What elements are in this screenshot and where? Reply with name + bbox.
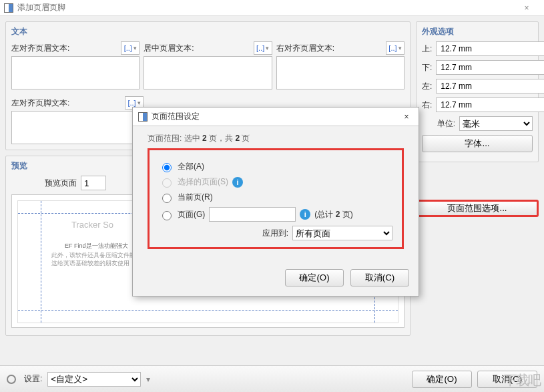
settings-label: 设置: [24, 373, 42, 385]
settings-select[interactable]: <自定义> [47, 372, 141, 387]
header-right-macro-button[interactable]: [..] [386, 41, 404, 55]
page-range-options-button[interactable]: 页面范围选项... [416, 200, 539, 217]
unit-label: 单位: [422, 118, 455, 130]
dialog-ok-button[interactable]: 确定(O) [285, 269, 344, 286]
footer-left-input[interactable] [11, 111, 144, 144]
dialog-title: 页面范围设定 [152, 111, 400, 122]
radio-pages-label: 页面(G) [178, 209, 205, 220]
footer-bar: 设置: <自定义> ▾ 确定(O) 取消(C) 下载吧 [0, 365, 544, 392]
margin-top-spinner[interactable]: ▲▼ [436, 41, 544, 56]
app-icon [4, 3, 13, 13]
dialog-close-icon[interactable]: × [400, 112, 413, 122]
margin-left-spinner[interactable]: ▲▼ [436, 79, 544, 93]
radio-all-label: 全部(A) [178, 161, 204, 172]
chevron-down-icon[interactable]: ▾ [146, 375, 150, 384]
margin-right-spinner[interactable]: ▲▼ [436, 97, 544, 112]
header-right-label: 右对齐页眉文本: [276, 43, 334, 54]
radio-current[interactable] [162, 194, 172, 203]
page-range-dialog: 页面范围设定 × 页面范围: 选中 2 页，共 2 页 全部(A) 选择的页面(… [132, 107, 419, 297]
dialog-cancel-button[interactable]: 取消(C) [350, 269, 409, 286]
titlebar: 添加页眉页脚 × [0, 0, 544, 16]
preview-ef-line: EF Find是一法功能强大 [65, 242, 128, 250]
font-button[interactable]: 字体... [422, 135, 533, 152]
text-group-title: 文本 [11, 26, 404, 37]
radio-pages[interactable] [162, 211, 172, 220]
radio-selected-label: 选择的页面(S) [178, 176, 228, 188]
header-center-label: 居中页眉文本: [144, 43, 194, 54]
window-title: 添加页眉页脚 [17, 2, 513, 13]
watermark-ghost: 下载吧 [504, 371, 540, 389]
margin-bottom-label: 下: [422, 62, 432, 73]
range-radio-group: 全部(A) 选择的页面(S) i 当前页(R) 页面(G) i (总计 2 页)… [148, 148, 404, 249]
appearance-title: 外观选项 [422, 26, 533, 37]
header-left-input[interactable] [11, 56, 140, 89]
radio-selected [162, 178, 172, 188]
unit-select[interactable]: 毫米 [459, 116, 533, 131]
range-summary: 页面范围: 选中 2 页，共 2 页 [148, 133, 404, 144]
header-left-label: 左对齐页眉文本: [11, 43, 69, 54]
preview-tracker-text: Tracker So [71, 220, 113, 230]
close-icon[interactable]: × [513, 3, 540, 13]
header-left-macro-button[interactable]: [..] [121, 41, 140, 55]
preview-desc1: 此外，该软件还具备压缩文件能 [51, 252, 135, 260]
header-center-input[interactable] [144, 56, 272, 89]
apply-to-label: 应用到: [262, 228, 288, 239]
header-center-macro-button[interactable]: [..] [254, 41, 272, 55]
dialog-app-icon [138, 112, 148, 122]
footer-left-label: 左对齐页脚文本: [11, 97, 69, 109]
pages-input[interactable] [209, 207, 296, 222]
preview-page-label: 预览页面 [45, 178, 77, 189]
preview-page-input[interactable] [81, 176, 106, 190]
main-ok-button[interactable]: 确定(O) [412, 371, 472, 388]
radio-all[interactable] [162, 163, 172, 172]
gear-icon [7, 375, 16, 384]
margin-top-label: 上: [422, 43, 432, 55]
info-icon[interactable]: i [300, 209, 310, 220]
radio-current-label: 当前页(R) [178, 192, 213, 203]
appearance-group: 外观选项 上: ▲▼ 下: ▲▼ 左: ▲▼ 右: ▲▼ 单位: 毫米 字体..… [416, 21, 539, 162]
margin-right-label: 右: [422, 100, 432, 111]
margin-bottom-spinner[interactable]: ▲▼ [436, 60, 544, 75]
info-icon[interactable]: i [232, 177, 243, 188]
pages-total: (总计 2 页) [314, 209, 352, 220]
preview-desc2: 这给英语基础较差的朋友使用 [51, 260, 129, 268]
margin-left-label: 左: [422, 81, 432, 92]
header-right-input[interactable] [276, 56, 404, 89]
apply-to-select[interactable]: 所有页面 [292, 226, 392, 240]
